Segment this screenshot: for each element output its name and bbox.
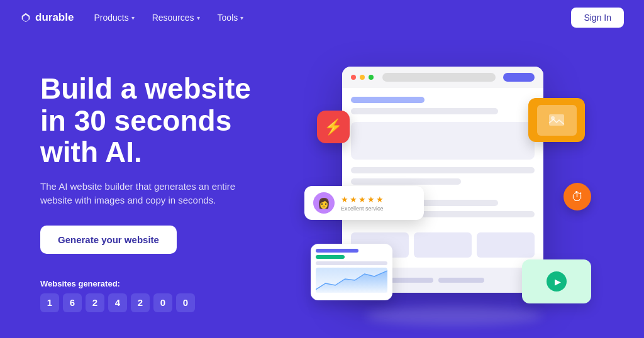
card-review: 👩 ★★★★★ Excellent service [304,186,424,220]
window-dot-red [351,75,356,80]
analytics-line-2 [316,255,345,259]
nav-tools-label: Tools [218,13,238,23]
nav-resources-label: Resources [152,13,194,23]
logo[interactable]: durable [20,11,74,24]
url-bar [382,73,496,82]
generate-website-button[interactable]: Generate your website [40,226,177,254]
content-block-1 [351,122,535,160]
image-placeholder [537,105,577,136]
window-dot-green [369,75,374,80]
content-col-2 [414,232,472,258]
card-timer: ⏱ [564,183,591,210]
content-col-3 [477,232,535,258]
nav-item-resources[interactable]: Resources ▾ [152,13,200,23]
nav-links: Products ▾ Resources ▾ Tools ▾ [94,13,571,23]
content-line-2 [351,167,535,173]
card-analytics [311,244,392,300]
counter-digits: 1 6 2 4 2 0 0 [40,293,304,312]
bottom-line-2 [438,278,484,283]
lightning-icon: ⚡ [324,118,343,136]
browser-content [342,88,543,266]
card-lightning: ⚡ [317,111,350,143]
platform-shadow [366,307,542,325]
chart-svg [316,268,387,293]
card-video: ▶ [522,259,591,303]
content-line-3 [351,178,461,185]
chevron-down-icon: ▾ [240,14,243,21]
digit-4: 4 [108,293,127,312]
image-icon [548,113,565,127]
hero-title: Build a website in 30 seconds with AI. [40,73,304,168]
digit-2: 6 [63,293,82,312]
play-icon: ▶ [555,277,561,286]
play-button: ▶ [547,271,567,292]
browser-bar [342,67,543,88]
chevron-down-icon: ▾ [197,14,200,21]
analytics-lines [316,249,387,265]
content-line-accent [351,97,425,103]
brand-name: durable [35,11,74,24]
chevron-down-icon: ▾ [131,14,135,21]
timer-icon: ⏱ [571,190,584,204]
digit-6: 0 [153,293,172,312]
digit-3: 2 [86,293,104,312]
window-dot-yellow [360,75,365,80]
signin-button[interactable]: Sign In [571,8,624,28]
analytics-line-3 [316,261,387,265]
nav-products-label: Products [94,13,128,23]
digit-1: 1 [40,293,59,312]
avatar-emoji: 👩 [318,197,330,209]
svg-rect-0 [549,114,564,126]
logo-icon [20,12,31,23]
hero-illustration: ⚡ 👩 ★★★★★ Excellent service [304,60,604,338]
chart-area [316,268,387,293]
hero-subtitle: The AI website builder that generates an… [40,180,242,208]
analytics-line-1 [316,249,358,253]
nav-item-tools[interactable]: Tools ▾ [218,13,244,23]
hero-content: Build a website in 30 seconds with AI. T… [40,60,304,312]
digit-5: 2 [131,293,150,312]
counter-section: Websites generated: 1 6 2 4 2 0 0 [40,279,304,312]
nav-indicator [503,73,535,82]
star-rating: ★★★★★ [341,195,385,204]
hero-section: Build a website in 30 seconds with AI. T… [0,35,644,338]
counter-label: Websites generated: [40,279,304,288]
navbar: durable Products ▾ Resources ▾ Tools ▾ S… [0,0,644,35]
review-subtext: Excellent service [341,205,385,212]
nav-item-products[interactable]: Products ▾ [94,13,134,23]
card-image-thumbnail [528,98,585,142]
review-content: ★★★★★ Excellent service [341,195,385,212]
digit-7: 0 [176,293,195,312]
content-line-1 [351,108,498,114]
reviewer-avatar: 👩 [313,192,335,214]
